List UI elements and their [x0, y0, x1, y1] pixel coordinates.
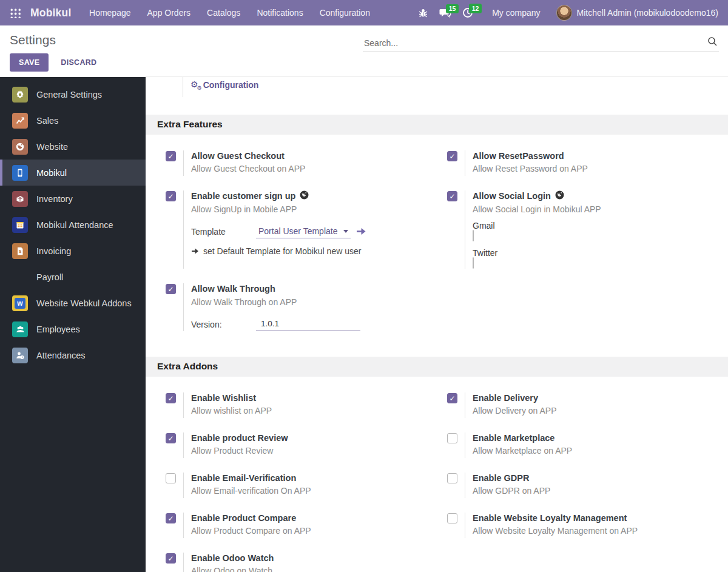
setting-label[interactable]: Allow Guest Checkout: [191, 150, 305, 163]
marketplace-checkbox[interactable]: [447, 433, 457, 443]
activities-icon[interactable]: 12: [457, 5, 479, 21]
sidebar-item-label: Mobikul: [36, 168, 67, 178]
setting-description: Allow SignUp in Mobile APP: [191, 204, 368, 214]
app-brand[interactable]: Mobikul: [30, 7, 72, 19]
sidebar-item-label: Sales: [36, 116, 58, 126]
sidebar-item-attendances[interactable]: Attendances: [0, 342, 146, 368]
customer-signup-checkbox[interactable]: [166, 191, 176, 201]
extra-features-grid: Allow Guest Checkout Allow Guest Checkou…: [146, 135, 728, 346]
setting-product-compare: Enable Product Compare Allow Product Com…: [166, 513, 447, 538]
sidebar-item-invoicing[interactable]: $ Invoicing: [0, 238, 146, 264]
sidebar-item-employees[interactable]: Employees: [0, 316, 146, 342]
setting-label[interactable]: Enable Product Compare: [191, 513, 311, 525]
sidebar-item-label: General Settings: [36, 90, 102, 99]
setting-label[interactable]: Enable Odoo Watch: [191, 553, 274, 565]
setting-label[interactable]: Allow Social Login: [473, 190, 601, 203]
user-avatar[interactable]: [556, 5, 572, 21]
wishlist-checkbox[interactable]: [166, 393, 176, 403]
divider: [183, 392, 184, 418]
email-verification-checkbox[interactable]: [166, 473, 176, 483]
configuration-block: ⚙⚙ Configuration: [183, 77, 377, 97]
setting-label[interactable]: Enable Wishlist: [191, 392, 272, 405]
divider: [183, 432, 184, 458]
setting-gdpr: Enable GDPR Allow GDPR on APP: [447, 473, 722, 498]
grid-spacer: [447, 283, 722, 346]
guest-checkout-checkbox[interactable]: [166, 151, 176, 161]
setting-label[interactable]: Enable Marketplace: [473, 432, 572, 445]
navbar-right: 15 12 My company Mitchell Admin (mobikul…: [413, 5, 722, 21]
setting-description: Allow Product Review: [191, 446, 288, 456]
template-field-label: Template: [191, 227, 256, 238]
setting-description: Allow Email-verification On APP: [191, 486, 311, 496]
odoo-watch-checkbox[interactable]: [166, 553, 176, 564]
twitter-checkbox[interactable]: [473, 257, 474, 269]
nav-item-homepage[interactable]: Homepage: [81, 0, 140, 25]
social-login-checkbox[interactable]: [447, 191, 457, 201]
walk-through-checkbox[interactable]: [166, 284, 176, 294]
website-loyalty-checkbox[interactable]: [447, 513, 457, 523]
discard-button[interactable]: DISCARD: [53, 53, 104, 72]
version-row: Version:: [191, 319, 360, 331]
setting-description: Allow Reset Password on APP: [473, 164, 588, 173]
divider: [183, 473, 184, 498]
bug-icon[interactable]: [413, 5, 434, 21]
setting-product-review: Enable product Review Allow Product Revi…: [166, 432, 447, 458]
setting-label[interactable]: Enable Website Loyalty Management: [473, 513, 638, 525]
product-compare-checkbox[interactable]: [166, 513, 176, 523]
sidebar-item-general-settings[interactable]: General Settings: [0, 81, 146, 107]
sidebar-item-website[interactable]: Website: [0, 133, 146, 160]
messages-icon[interactable]: 15: [434, 5, 457, 21]
nav-item-configuration[interactable]: Configuration: [311, 0, 378, 25]
setting-label[interactable]: Enable customer sign up: [191, 190, 368, 203]
chevron-down-icon: [343, 230, 348, 233]
gmail-option-label: Gmail: [473, 221, 601, 230]
template-select[interactable]: Portal User Template: [256, 226, 351, 238]
save-button[interactable]: SAVE: [10, 53, 49, 72]
set-default-template-link[interactable]: set Default Template for Mobikul new use…: [191, 246, 368, 256]
apps-menu-icon[interactable]: [10, 7, 21, 18]
nav-item-app-orders[interactable]: App Orders: [139, 0, 199, 25]
sidebar-item-mobikul[interactable]: Mobikul: [0, 160, 146, 186]
setting-label[interactable]: Enable GDPR: [473, 473, 550, 485]
nav-item-catalogs[interactable]: Catalogs: [199, 0, 249, 25]
sidebar-item-label: Mobikul Attendance: [36, 220, 113, 230]
sidebar-item-label: Website Webkul Addons: [36, 298, 132, 308]
sidebar-item-mobikul-attendance[interactable]: Mobikul Attendance: [0, 212, 146, 238]
version-input[interactable]: [256, 319, 360, 331]
nav-item-notifications[interactable]: Notifications: [249, 0, 311, 25]
sidebar-item-inventory[interactable]: Inventory: [0, 186, 146, 212]
gdpr-checkbox[interactable]: [447, 473, 457, 483]
grid-spacer: [447, 553, 722, 572]
divider: [183, 150, 184, 176]
divider: [465, 392, 465, 418]
gmail-checkbox[interactable]: [473, 230, 474, 241]
sidebar-item-payroll[interactable]: Payroll: [0, 264, 146, 290]
sidebar-item-label: Inventory: [36, 194, 73, 204]
setting-label[interactable]: Enable Delivery: [473, 392, 557, 405]
section-title-extra-addons: Extra Addons: [146, 357, 728, 377]
company-switcher[interactable]: My company: [479, 8, 550, 18]
user-menu[interactable]: Mitchell Admin (mobikulodoodemo16): [577, 8, 722, 18]
internal-link-arrow-icon[interactable]: [356, 227, 368, 238]
person-clock-icon: [12, 348, 28, 363]
divider: [465, 150, 465, 176]
setting-reset-password: Allow ResetPassword Allow Reset Password…: [447, 150, 722, 176]
product-review-checkbox[interactable]: [166, 433, 176, 443]
configuration-link[interactable]: ⚙⚙ Configuration: [190, 79, 258, 91]
search-icon[interactable]: [707, 36, 718, 49]
settings-content: ⚙⚙ Configuration Extra Features Allow Gu…: [146, 77, 728, 572]
delivery-checkbox[interactable]: [447, 393, 457, 403]
sidebar-item-website-webkul-addons[interactable]: w Website Webkul Addons: [0, 290, 146, 316]
people-icon: [12, 321, 28, 337]
reset-password-checkbox[interactable]: [447, 151, 457, 161]
divider: [183, 283, 184, 331]
enterprise-globe-icon: [300, 190, 309, 203]
setting-label[interactable]: Enable product Review: [191, 432, 288, 445]
search-input[interactable]: [363, 38, 707, 48]
setting-label[interactable]: Allow Walk Through: [191, 283, 360, 295]
sidebar-item-label: Website: [36, 142, 68, 152]
sidebar-item-sales[interactable]: Sales: [0, 107, 146, 133]
twitter-option-label: Twitter: [473, 248, 601, 258]
setting-label[interactable]: Enable Email-Verification: [191, 473, 311, 485]
setting-label[interactable]: Allow ResetPassword: [473, 150, 588, 163]
